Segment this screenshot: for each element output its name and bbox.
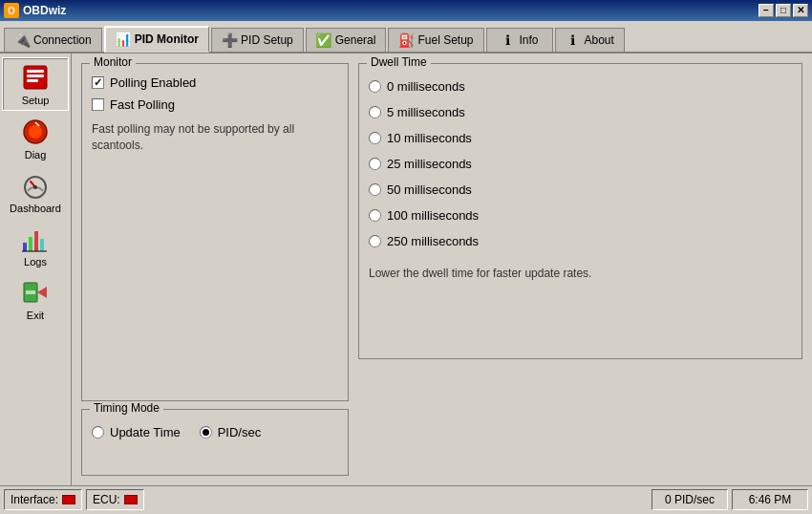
interface-segment: Interface: [4, 489, 82, 510]
title-bar-buttons: − □ ✕ [759, 4, 808, 17]
dwell-25ms-label: 25 milliseconds [387, 157, 472, 171]
dwell-group: Dwell Time 0 milliseconds 5 milliseconds… [358, 63, 802, 359]
sidebar: Setup Diag Dashboard [0, 54, 72, 485]
time-value: 6:46 PM [749, 493, 792, 506]
timing-group-title: Timing Mode [90, 401, 163, 415]
polling-enabled-label: Polling Enabled [110, 75, 196, 90]
ecu-label: ECU: [93, 493, 120, 506]
pid-rate-value: 0 PID/sec [665, 493, 715, 506]
tab-connection[interactable]: 🔌 Connection [4, 28, 102, 52]
tab-general[interactable]: ✅ General [306, 28, 387, 52]
dwell-100ms-label: 100 milliseconds [387, 208, 479, 223]
app-title: OBDwiz [23, 4, 66, 17]
tab-pid-setup[interactable]: ➕ PID Setup [211, 28, 304, 52]
pid-sec-radio[interactable] [200, 426, 212, 439]
svg-rect-1 [27, 70, 44, 73]
dwell-250ms-radio[interactable] [369, 235, 381, 247]
dwell-5ms-radio[interactable] [369, 106, 381, 118]
sidebar-item-dashboard[interactable]: Dashboard [2, 166, 69, 218]
update-time-row: Update Time [92, 425, 181, 439]
svg-point-5 [29, 125, 42, 139]
app-icon: O [4, 3, 19, 18]
logs-icon [20, 224, 51, 254]
timing-group: Timing Mode Update Time PID/sec [81, 409, 349, 476]
dwell-10ms-radio[interactable] [369, 132, 381, 144]
sidebar-item-diag[interactable]: Diag [2, 113, 69, 164]
tab-bar: 🔌 Connection 📊 PID Monitor ➕ PID Setup ✅… [0, 21, 812, 54]
pid-setup-icon: ➕ [222, 32, 237, 48]
dwell-0ms-radio[interactable] [369, 80, 381, 93]
pid-monitor-icon: 📊 [116, 32, 131, 47]
logs-label: Logs [24, 256, 47, 268]
pid-rate-segment: 0 PID/sec [652, 489, 728, 510]
dwell-group-title: Dwell Time [367, 55, 431, 69]
left-panel: Monitor Polling Enabled Fast Polling Fas… [81, 63, 349, 476]
setup-label: Setup [22, 95, 50, 106]
tab-fuel-setup[interactable]: ⛽ Fuel Setup [388, 28, 483, 52]
interface-label: Interface: [11, 493, 58, 506]
diag-label: Diag [25, 149, 47, 161]
monitor-group-title: Monitor [90, 55, 136, 69]
dwell-50ms-radio[interactable] [369, 183, 381, 196]
main-content: Setup Diag Dashboard [0, 54, 812, 485]
minimize-button[interactable]: − [759, 4, 774, 17]
polling-enabled-row: Polling Enabled [92, 75, 338, 90]
svg-rect-10 [23, 243, 27, 251]
svg-rect-3 [27, 79, 38, 82]
timing-radios: Update Time PID/sec [92, 425, 338, 445]
svg-rect-17 [26, 290, 35, 294]
time-segment: 6:46 PM [732, 489, 808, 510]
ecu-segment: ECU: [86, 489, 144, 510]
tab-pid-monitor-label: PID Monitor [135, 32, 199, 46]
dwell-10ms-row: 10 milliseconds [369, 131, 792, 145]
monitor-info-text: Fast polling may not be supported by all… [92, 121, 338, 154]
pid-sec-label: PID/sec [218, 425, 262, 439]
close-button[interactable]: ✕ [793, 4, 808, 17]
setup-icon [20, 62, 51, 93]
dwell-50ms-label: 50 milliseconds [387, 182, 472, 197]
dwell-25ms-radio[interactable] [369, 158, 381, 170]
svg-rect-12 [34, 231, 38, 251]
dwell-info-text: Lower the dwell time for faster update r… [369, 266, 792, 282]
dwell-0ms-label: 0 milliseconds [387, 79, 465, 94]
tab-info-label: Info [519, 33, 538, 47]
tab-info[interactable]: ℹ Info [486, 28, 553, 52]
sidebar-item-exit[interactable]: Exit [2, 273, 69, 325]
fast-polling-label: Fast Polling [110, 97, 175, 112]
update-time-label: Update Time [110, 425, 181, 439]
tab-fuel-setup-label: Fuel Setup [417, 33, 473, 47]
ecu-led [124, 495, 138, 504]
maximize-button[interactable]: □ [776, 4, 791, 17]
polling-enabled-checkbox[interactable] [92, 76, 104, 89]
monitor-group: Monitor Polling Enabled Fast Polling Fas… [81, 63, 349, 401]
svg-rect-11 [29, 237, 32, 251]
diag-icon [20, 117, 51, 147]
sidebar-item-setup[interactable]: Setup [2, 57, 69, 111]
svg-rect-2 [27, 75, 44, 77]
connection-icon: 🔌 [14, 32, 30, 48]
exit-label: Exit [27, 310, 44, 321]
tab-about[interactable]: ℹ About [555, 28, 625, 52]
dwell-250ms-label: 250 milliseconds [387, 234, 479, 248]
fast-polling-checkbox[interactable] [92, 98, 104, 111]
dwell-25ms-row: 25 milliseconds [369, 157, 792, 171]
dwell-5ms-row: 5 milliseconds [369, 105, 792, 119]
about-icon: ℹ [566, 32, 581, 48]
dwell-250ms-row: 250 milliseconds [369, 234, 792, 248]
dwell-0ms-row: 0 milliseconds [369, 79, 792, 94]
dwell-100ms-radio[interactable] [369, 209, 381, 222]
dwell-50ms-row: 50 milliseconds [369, 182, 792, 197]
tab-general-label: General [335, 33, 376, 47]
info-icon: ℹ [500, 32, 515, 48]
tab-connection-label: Connection [33, 33, 92, 47]
tab-pid-monitor[interactable]: 📊 PID Monitor [104, 26, 209, 53]
sidebar-item-logs[interactable]: Logs [2, 220, 69, 271]
svg-point-9 [33, 185, 37, 189]
fast-polling-row: Fast Polling [92, 97, 338, 112]
svg-marker-16 [37, 287, 47, 298]
right-panel: Dwell Time 0 milliseconds 5 milliseconds… [358, 63, 802, 476]
dashboard-icon [20, 170, 51, 201]
tab-about-label: About [585, 33, 614, 47]
dwell-100ms-row: 100 milliseconds [369, 208, 792, 223]
update-time-radio[interactable] [92, 426, 104, 439]
